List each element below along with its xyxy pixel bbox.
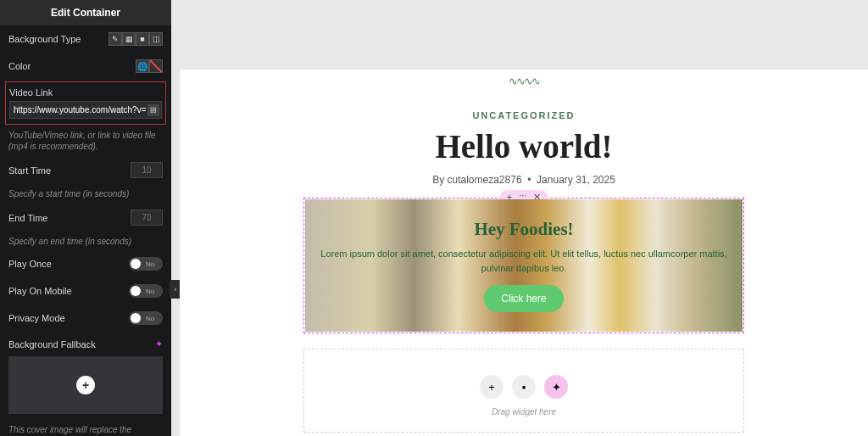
play-once-label: Play Once (8, 259, 52, 269)
fallback-label: Background Fallback (8, 339, 96, 349)
start-time-row: Start Time (0, 155, 171, 185)
bg-type-row: Background Type ✎ ▦ ■ ◫ (0, 25, 171, 53)
video-link-label: Video Link (9, 86, 162, 101)
play-once-row: Play Once No (0, 250, 171, 277)
post-date: January 31, 2025 (537, 174, 615, 186)
video-link-input-wrap: ▤ (9, 101, 162, 119)
start-time-help: Specify a start time (in seconds) (0, 185, 171, 203)
play-mobile-toggle[interactable]: No (129, 284, 163, 298)
video-link-help: YouTube/Vimeo link, or link to video fil… (0, 126, 171, 155)
privacy-row: Privacy Mode No (0, 305, 171, 332)
end-time-help: Specify an end time (in seconds) (0, 232, 171, 250)
brush-icon[interactable]: ✎ (108, 32, 122, 46)
start-time-label: Start Time (8, 165, 51, 176)
privacy-toggle[interactable]: No (129, 311, 163, 325)
hero-cta-button[interactable]: Click here (484, 285, 563, 312)
hero-heading[interactable]: Hey Foodies! (474, 219, 573, 240)
bg-type-options: ✎ ▦ ■ ◫ (108, 32, 163, 46)
end-time-row: End Time (0, 203, 171, 232)
add-widget-icon[interactable]: + (480, 375, 504, 399)
end-time-label: End Time (8, 213, 47, 223)
color-controls: 🌐 (136, 59, 163, 73)
fallback-dropzone[interactable]: + (8, 356, 163, 414)
video-link-section: Video Link ▤ (5, 81, 166, 125)
canvas-padding (180, 0, 868, 70)
play-once-toggle[interactable]: No (129, 257, 163, 271)
dynamic-tag-icon[interactable]: ▤ (147, 104, 159, 116)
panel-gutter: ‹ (171, 0, 180, 436)
fallback-row: Background Fallback ✦ (0, 332, 171, 356)
post-title: Hello world! (192, 127, 856, 165)
editor-sidebar: Edit Container Background Type ✎ ▦ ■ ◫ C… (0, 0, 171, 436)
no-color-icon[interactable] (149, 59, 163, 73)
bg-type-label: Background Type (8, 34, 81, 44)
color-row: Color 🌐 (0, 53, 171, 80)
privacy-label: Privacy Mode (8, 313, 65, 323)
folder-icon[interactable]: ▪ (512, 375, 536, 399)
hero-container[interactable]: + ::: ✕ Hey Foodies! Lorem ipsum dolor s… (303, 198, 744, 333)
widget-dropzone[interactable]: + ▪ ✦ Drag widget here (303, 349, 744, 433)
globe-icon[interactable]: 🌐 (136, 59, 149, 73)
preview-canvas: ∿∿∿∿ 🔍 Home About About FOODIEVERSE Cont… (180, 0, 868, 436)
image-icon[interactable]: ▦ (122, 32, 136, 46)
ai-sparkle-icon[interactable]: ✦ (155, 338, 163, 349)
dropzone-actions: + ▪ ✦ (304, 375, 743, 399)
post-category[interactable]: UNCATEGORIZED (192, 110, 856, 120)
hero-text[interactable]: Lorem ipsum dolor sit amet, consectetur … (315, 247, 732, 275)
sidebar-title: Edit Container (0, 0, 171, 25)
fallback-help: This cover image will replace the backgr… (0, 421, 171, 436)
post-author[interactable]: cutalomeza2876 (448, 174, 522, 186)
start-time-input[interactable] (131, 162, 163, 178)
dropzone-hint: Drag widget here (304, 407, 743, 416)
site-header: 🔍 Home About About FOODIEVERSE Contact B… (180, 70, 868, 78)
end-time-input[interactable] (131, 210, 163, 226)
color-label: Color (8, 61, 31, 71)
add-image-icon: + (76, 376, 95, 394)
ai-widget-icon[interactable]: ✦ (544, 375, 568, 399)
slideshow-icon[interactable]: ◫ (149, 32, 163, 46)
play-mobile-label: Play On Mobile (8, 286, 72, 296)
video-icon[interactable]: ■ (136, 32, 149, 46)
site-preview: ∿∿∿∿ 🔍 Home About About FOODIEVERSE Cont… (180, 70, 868, 436)
post-meta: By cutalomeza2876 • January 31, 2025 (192, 174, 856, 186)
hero-background: Hey Foodies! Lorem ipsum dolor sit amet,… (305, 199, 743, 332)
play-mobile-row: Play On Mobile No (0, 277, 171, 305)
video-link-input[interactable] (12, 103, 147, 116)
